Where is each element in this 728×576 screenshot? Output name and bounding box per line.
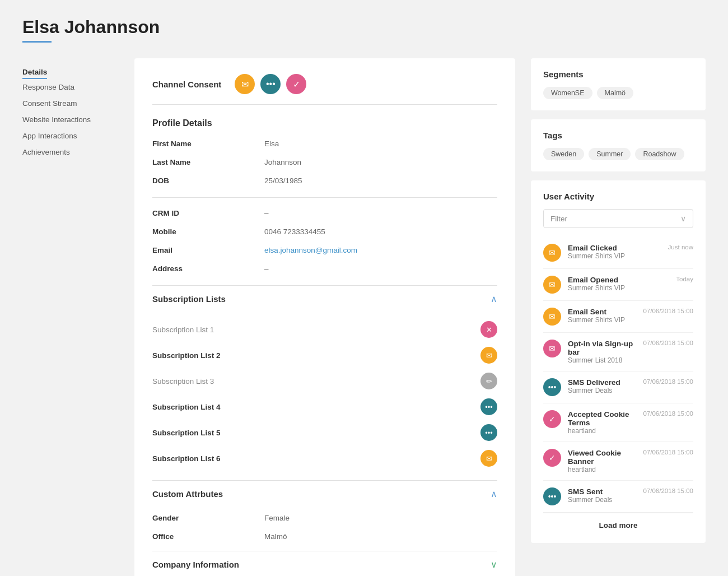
activity-content-5: Accepted Cookie Terms heartland bbox=[568, 410, 636, 435]
activity-item-3: ✉ Opt-in via Sign-up bar Summer List 201… bbox=[543, 333, 693, 371]
custom-attributes-chevron: ∧ bbox=[491, 489, 497, 499]
attr-value-office: Malmö bbox=[264, 531, 497, 542]
activity-time-2: 07/06/2018 15:00 bbox=[643, 308, 693, 314]
activity-title-1: Email Opened bbox=[568, 276, 669, 284]
sub-icon-4[interactable]: ••• bbox=[480, 398, 497, 415]
field-value-lastname: Johannson bbox=[264, 157, 497, 168]
sub-icon-1[interactable]: ✕ bbox=[480, 321, 497, 338]
sub-item-name-5: Subscription List 5 bbox=[152, 429, 221, 437]
activity-content-4: SMS Delivered Summer Deals bbox=[568, 378, 636, 394]
activity-sub-0: Summer Shirts VIP bbox=[568, 252, 661, 260]
subscription-lists-header[interactable]: Subscription Lists ∧ bbox=[152, 285, 497, 312]
title-underline bbox=[22, 41, 52, 43]
tag-roadshow: Roadshow bbox=[635, 148, 684, 160]
page-title: Elsa Johannson bbox=[22, 17, 706, 38]
consent-icons: ✉ ••• ✓ bbox=[235, 74, 306, 94]
profile-section-title: Profile Details bbox=[152, 118, 497, 128]
activity-sub-3: Summer List 2018 bbox=[568, 356, 636, 364]
activity-title-4: SMS Delivered bbox=[568, 378, 636, 387]
activity-time-6: 07/06/2018 15:00 bbox=[643, 449, 693, 456]
main-content: Channel Consent ✉ ••• ✓ Profile Details … bbox=[134, 58, 515, 576]
field-label-mobile: Mobile bbox=[152, 226, 264, 237]
channel-consent-row: Channel Consent ✉ ••• ✓ bbox=[152, 74, 497, 105]
field-value-address: – bbox=[264, 263, 497, 274]
user-activity-title: User Activity bbox=[543, 192, 693, 201]
sub-item-name-2: Subscription List 2 bbox=[152, 351, 221, 360]
field-value-dob: 25/03/1985 bbox=[264, 175, 497, 186]
field-value-crmid: – bbox=[264, 208, 497, 219]
sidebar-item-website-interactions[interactable]: Website Interactions bbox=[22, 112, 134, 128]
activity-icon-7: ••• bbox=[543, 487, 561, 505]
field-value-mobile: 0046 7233334455 bbox=[264, 226, 497, 237]
activity-title-3: Opt-in via Sign-up bar bbox=[568, 340, 636, 356]
activity-sub-6: heartland bbox=[568, 466, 636, 473]
field-label-email: Email bbox=[152, 245, 264, 256]
sub-icon-3[interactable]: ✏ bbox=[480, 373, 497, 389]
custom-attributes-title: Custom Attrbutes bbox=[152, 489, 223, 499]
sub-item-name-6: Subscription List 6 bbox=[152, 454, 221, 463]
company-chevron: ∨ bbox=[491, 559, 497, 570]
sidebar-item-details[interactable]: Details bbox=[22, 64, 47, 79]
segments-tags: WomenSE Malmö bbox=[543, 87, 693, 99]
activity-item-6: ✓ Viewed Cookie Banner heartland 07/06/2… bbox=[543, 442, 693, 481]
tag-summer: Summer bbox=[589, 148, 631, 160]
subscription-list: Subscription List 1 ✕ Subscription List … bbox=[152, 312, 497, 480]
activity-time-1: Today bbox=[676, 276, 693, 282]
channel-consent-label: Channel Consent bbox=[152, 80, 221, 89]
field-label-crmid: CRM ID bbox=[152, 208, 264, 219]
sub-item-3: Subscription List 3 ✏ bbox=[152, 368, 497, 394]
subscription-lists-title: Subscription Lists bbox=[152, 294, 226, 304]
consent-icon-cookie[interactable]: ✓ bbox=[286, 74, 306, 94]
profile-grid-2: CRM ID – Mobile 0046 7233334455 Email el… bbox=[152, 208, 497, 274]
activity-content-7: SMS Sent Summer Deals bbox=[568, 487, 636, 504]
company-information-header[interactable]: Company Information ∨ bbox=[152, 551, 497, 576]
activity-item-0: ✉ Email Clicked Summer Shirts VIP Just n… bbox=[543, 237, 693, 269]
consent-icon-email[interactable]: ✉ bbox=[235, 74, 255, 94]
activity-time-7: 07/06/2018 15:00 bbox=[643, 487, 693, 494]
sub-item-5: Subscription List 5 ••• bbox=[152, 420, 497, 445]
sidebar-item-achievements[interactable]: Achievements bbox=[22, 144, 134, 160]
consent-icon-sms[interactable]: ••• bbox=[260, 74, 281, 94]
sub-item-name-3: Subscription List 3 bbox=[152, 377, 214, 385]
activity-content-0: Email Clicked Summer Shirts VIP bbox=[568, 244, 661, 260]
activity-title-2: Email Sent bbox=[568, 308, 636, 316]
activity-content-3: Opt-in via Sign-up bar Summer List 2018 bbox=[568, 340, 636, 364]
filter-label: Filter bbox=[550, 215, 567, 223]
sub-icon-5[interactable]: ••• bbox=[480, 424, 497, 441]
subscription-lists-chevron: ∧ bbox=[491, 294, 497, 304]
activity-sub-7: Summer Deals bbox=[568, 496, 636, 504]
tags-title: Tags bbox=[543, 131, 693, 140]
company-information-title: Company Information bbox=[152, 560, 239, 569]
field-label-firstname: First Name bbox=[152, 138, 264, 149]
field-label-address: Address bbox=[152, 263, 264, 274]
activity-sub-1: Summer Shirts VIP bbox=[568, 284, 669, 292]
sub-icon-2[interactable]: ✉ bbox=[480, 347, 497, 364]
activity-item-7: ••• SMS Sent Summer Deals 07/06/2018 15:… bbox=[543, 481, 693, 513]
sub-item-4: Subscription List 4 ••• bbox=[152, 394, 497, 420]
activity-item-4: ••• SMS Delivered Summer Deals 07/06/201… bbox=[543, 371, 693, 403]
activity-content-2: Email Sent Summer Shirts VIP bbox=[568, 308, 636, 324]
field-value-email[interactable]: elsa.johannson@gmail.com bbox=[264, 245, 497, 256]
attr-value-gender: Female bbox=[264, 513, 497, 523]
sub-item-6: Subscription List 6 ✉ bbox=[152, 445, 497, 471]
load-more-button[interactable]: Load more bbox=[543, 513, 693, 532]
activity-time-0: Just now bbox=[668, 244, 693, 250]
custom-attributes-header[interactable]: Custom Attrbutes ∧ bbox=[152, 480, 497, 507]
activity-icon-3: ✉ bbox=[543, 340, 561, 357]
sub-icon-6[interactable]: ✉ bbox=[480, 450, 497, 467]
attr-label-office: Office bbox=[152, 531, 264, 542]
tags-row: Sweden Summer Roadshow bbox=[543, 148, 693, 160]
user-activity-section: User Activity Filter ∨ ✉ Email Clicked S… bbox=[531, 180, 706, 543]
sub-item-2: Subscription List 2 ✉ bbox=[152, 342, 497, 368]
activity-content-1: Email Opened Summer Shirts VIP bbox=[568, 276, 669, 292]
sidebar-item-response-data[interactable]: Response Data bbox=[22, 79, 134, 95]
sub-item-name-4: Subscription List 4 bbox=[152, 403, 221, 411]
segment-womense: WomenSE bbox=[543, 87, 592, 99]
activity-item-2: ✉ Email Sent Summer Shirts VIP 07/06/201… bbox=[543, 301, 693, 333]
custom-attr-grid: Gender Female Office Malmö bbox=[152, 507, 497, 551]
sidebar-item-app-interactions[interactable]: App Interactions bbox=[22, 128, 134, 144]
activity-icon-6: ✓ bbox=[543, 449, 561, 467]
field-label-dob: DOB bbox=[152, 175, 264, 186]
sidebar-item-consent-stream[interactable]: Consent Stream bbox=[22, 95, 134, 112]
activity-filter[interactable]: Filter ∨ bbox=[543, 209, 693, 228]
